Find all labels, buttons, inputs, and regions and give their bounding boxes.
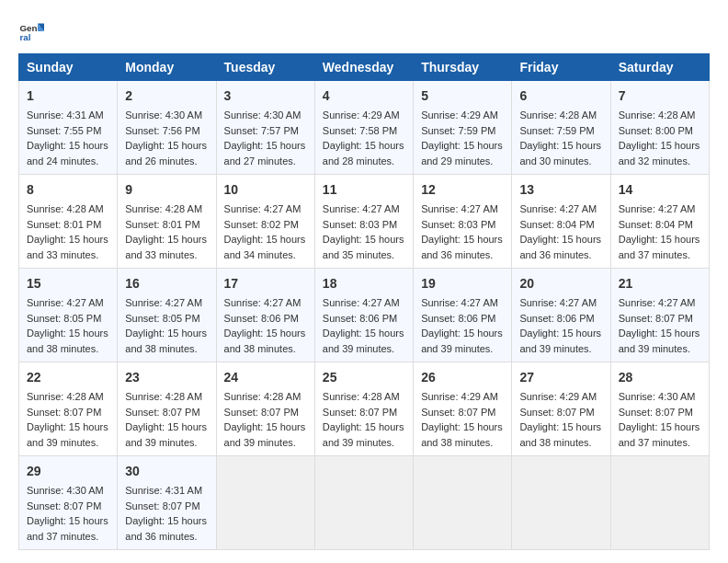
calendar-cell: 14Sunrise: 4:27 AMSunset: 8:04 PMDayligh… bbox=[610, 175, 709, 269]
calendar-cell bbox=[216, 456, 314, 550]
calendar-cell: 3Sunrise: 4:30 AMSunset: 7:57 PMDaylight… bbox=[216, 81, 314, 175]
daylight-text: Daylight: 15 hours and 36 minutes. bbox=[125, 515, 207, 542]
day-number: 18 bbox=[323, 274, 405, 293]
sunrise-text: Sunrise: 4:27 AM bbox=[125, 297, 202, 308]
daylight-text: Daylight: 15 hours and 38 minutes. bbox=[27, 327, 108, 354]
daylight-text: Daylight: 15 hours and 32 minutes. bbox=[619, 140, 700, 167]
sunrise-text: Sunrise: 4:28 AM bbox=[323, 391, 400, 402]
calendar-week-row: 22Sunrise: 4:28 AMSunset: 8:07 PMDayligh… bbox=[19, 362, 710, 456]
daylight-text: Daylight: 15 hours and 39 minutes. bbox=[519, 327, 601, 354]
sunrise-text: Sunrise: 4:31 AM bbox=[27, 109, 104, 121]
calendar-cell: 12Sunrise: 4:27 AMSunset: 8:03 PMDayligh… bbox=[414, 175, 512, 269]
daylight-text: Daylight: 15 hours and 27 minutes. bbox=[224, 140, 306, 167]
calendar-cell: 29Sunrise: 4:30 AMSunset: 8:07 PMDayligh… bbox=[19, 456, 118, 550]
sunrise-text: Sunrise: 4:28 AM bbox=[125, 203, 202, 214]
daylight-text: Daylight: 15 hours and 36 minutes. bbox=[519, 234, 601, 260]
daylight-text: Daylight: 15 hours and 24 minutes. bbox=[27, 140, 108, 167]
daylight-text: Daylight: 15 hours and 39 minutes. bbox=[125, 421, 207, 448]
column-header-saturday: Saturday bbox=[610, 54, 709, 81]
day-number: 28 bbox=[619, 368, 701, 387]
calendar-week-row: 8Sunrise: 4:28 AMSunset: 8:01 PMDaylight… bbox=[19, 175, 710, 269]
day-number: 10 bbox=[224, 180, 307, 200]
sunrise-text: Sunrise: 4:30 AM bbox=[224, 109, 301, 121]
sunset-text: Sunset: 8:07 PM bbox=[125, 500, 199, 511]
calendar-cell: 22Sunrise: 4:28 AMSunset: 8:07 PMDayligh… bbox=[19, 362, 118, 456]
sunset-text: Sunset: 8:07 PM bbox=[125, 407, 199, 418]
calendar-cell: 17Sunrise: 4:27 AMSunset: 8:06 PMDayligh… bbox=[216, 269, 314, 362]
day-number: 21 bbox=[619, 274, 701, 293]
sunrise-text: Sunrise: 4:28 AM bbox=[27, 391, 104, 402]
daylight-text: Daylight: 15 hours and 39 minutes. bbox=[619, 327, 700, 354]
day-number: 8 bbox=[27, 180, 109, 200]
calendar-cell: 2Sunrise: 4:30 AMSunset: 7:56 PMDaylight… bbox=[118, 81, 216, 175]
sunrise-text: Sunrise: 4:27 AM bbox=[619, 203, 696, 214]
calendar-cell: 16Sunrise: 4:27 AMSunset: 8:05 PMDayligh… bbox=[118, 269, 216, 362]
calendar-cell: 9Sunrise: 4:28 AMSunset: 8:01 PMDaylight… bbox=[118, 175, 216, 269]
calendar-cell: 23Sunrise: 4:28 AMSunset: 8:07 PMDayligh… bbox=[118, 362, 216, 456]
header: Gene ral bbox=[18, 18, 710, 44]
sunrise-text: Sunrise: 4:27 AM bbox=[323, 297, 400, 308]
calendar-header-row: SundayMondayTuesdayWednesdayThursdayFrid… bbox=[19, 54, 710, 81]
daylight-text: Daylight: 15 hours and 34 minutes. bbox=[224, 234, 306, 260]
sunrise-text: Sunrise: 4:30 AM bbox=[125, 109, 202, 121]
sunset-text: Sunset: 8:06 PM bbox=[519, 313, 594, 324]
day-number: 9 bbox=[125, 180, 208, 200]
column-header-wednesday: Wednesday bbox=[314, 54, 413, 81]
daylight-text: Daylight: 15 hours and 29 minutes. bbox=[421, 140, 503, 167]
sunrise-text: Sunrise: 4:27 AM bbox=[619, 297, 696, 308]
day-number: 14 bbox=[619, 180, 701, 200]
day-number: 20 bbox=[519, 274, 602, 293]
day-number: 7 bbox=[619, 86, 701, 106]
calendar-cell: 11Sunrise: 4:27 AMSunset: 8:03 PMDayligh… bbox=[314, 175, 413, 269]
day-number: 2 bbox=[125, 86, 208, 106]
sunset-text: Sunset: 8:00 PM bbox=[619, 125, 693, 136]
sunset-text: Sunset: 8:04 PM bbox=[519, 219, 594, 230]
calendar-cell: 30Sunrise: 4:31 AMSunset: 8:07 PMDayligh… bbox=[118, 456, 216, 550]
column-header-thursday: Thursday bbox=[414, 54, 512, 81]
daylight-text: Daylight: 15 hours and 39 minutes. bbox=[323, 327, 404, 354]
calendar-cell: 27Sunrise: 4:29 AMSunset: 8:07 PMDayligh… bbox=[512, 362, 610, 456]
calendar-cell: 5Sunrise: 4:29 AMSunset: 7:59 PMDaylight… bbox=[414, 81, 512, 175]
sunrise-text: Sunrise: 4:28 AM bbox=[224, 391, 301, 402]
daylight-text: Daylight: 15 hours and 26 minutes. bbox=[125, 140, 207, 167]
day-number: 6 bbox=[519, 86, 602, 106]
calendar-table: SundayMondayTuesdayWednesdayThursdayFrid… bbox=[18, 53, 710, 550]
sunrise-text: Sunrise: 4:28 AM bbox=[27, 203, 104, 214]
calendar-cell: 21Sunrise: 4:27 AMSunset: 8:07 PMDayligh… bbox=[610, 269, 709, 362]
day-number: 25 bbox=[323, 368, 405, 387]
day-number: 24 bbox=[224, 368, 307, 387]
sunrise-text: Sunrise: 4:29 AM bbox=[519, 391, 597, 402]
calendar-cell: 25Sunrise: 4:28 AMSunset: 8:07 PMDayligh… bbox=[314, 362, 413, 456]
calendar-cell: 7Sunrise: 4:28 AMSunset: 8:00 PMDaylight… bbox=[610, 81, 709, 175]
sunset-text: Sunset: 8:07 PM bbox=[323, 407, 397, 418]
day-number: 3 bbox=[224, 86, 307, 106]
sunset-text: Sunset: 7:59 PM bbox=[421, 125, 495, 136]
sunrise-text: Sunrise: 4:27 AM bbox=[519, 297, 597, 308]
daylight-text: Daylight: 15 hours and 37 minutes. bbox=[27, 515, 108, 542]
column-header-sunday: Sunday bbox=[19, 54, 118, 81]
calendar-week-row: 15Sunrise: 4:27 AMSunset: 8:05 PMDayligh… bbox=[19, 269, 710, 362]
day-number: 22 bbox=[27, 368, 109, 387]
calendar-cell: 6Sunrise: 4:28 AMSunset: 7:59 PMDaylight… bbox=[512, 81, 610, 175]
column-header-tuesday: Tuesday bbox=[216, 54, 314, 81]
day-number: 15 bbox=[27, 274, 109, 293]
sunset-text: Sunset: 8:06 PM bbox=[224, 313, 299, 324]
sunrise-text: Sunrise: 4:28 AM bbox=[125, 391, 202, 402]
sunrise-text: Sunrise: 4:27 AM bbox=[421, 203, 498, 214]
calendar-cell: 4Sunrise: 4:29 AMSunset: 7:58 PMDaylight… bbox=[314, 81, 413, 175]
sunrise-text: Sunrise: 4:27 AM bbox=[224, 297, 301, 308]
calendar-cell: 15Sunrise: 4:27 AMSunset: 8:05 PMDayligh… bbox=[19, 269, 118, 362]
column-header-monday: Monday bbox=[118, 54, 216, 81]
sunrise-text: Sunrise: 4:27 AM bbox=[421, 297, 498, 308]
daylight-text: Daylight: 15 hours and 39 minutes. bbox=[421, 327, 503, 354]
sunrise-text: Sunrise: 4:30 AM bbox=[619, 391, 696, 402]
sunset-text: Sunset: 8:03 PM bbox=[421, 219, 495, 230]
day-number: 11 bbox=[323, 180, 405, 200]
calendar-cell: 13Sunrise: 4:27 AMSunset: 8:04 PMDayligh… bbox=[512, 175, 610, 269]
logo: Gene ral bbox=[18, 18, 48, 44]
calendar-cell: 24Sunrise: 4:28 AMSunset: 8:07 PMDayligh… bbox=[216, 362, 314, 456]
daylight-text: Daylight: 15 hours and 33 minutes. bbox=[27, 234, 108, 260]
day-number: 1 bbox=[27, 86, 109, 106]
sunrise-text: Sunrise: 4:27 AM bbox=[519, 203, 597, 214]
column-header-friday: Friday bbox=[512, 54, 610, 81]
